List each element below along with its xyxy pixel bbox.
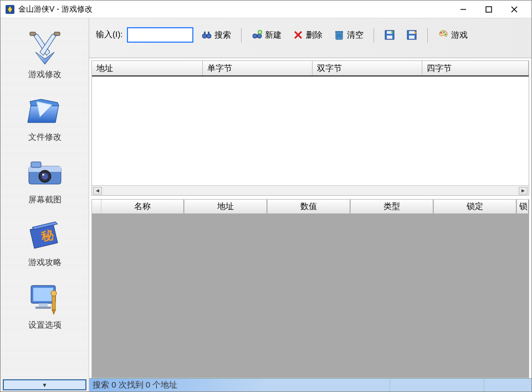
svg-point-25 bbox=[51, 291, 57, 296]
svg-rect-20 bbox=[33, 288, 53, 301]
col2-name[interactable]: 名称 bbox=[101, 200, 184, 213]
status-text: 搜索 0 次找到 0 个地址 bbox=[93, 380, 390, 390]
svg-rect-21 bbox=[39, 303, 48, 307]
x-red-icon bbox=[293, 29, 304, 40]
col-byte[interactable]: 单字节 bbox=[203, 61, 313, 75]
trash-icon bbox=[334, 29, 345, 40]
floppy-arrow-icon bbox=[406, 29, 417, 40]
save-button-1[interactable] bbox=[381, 27, 398, 43]
sidebar-item-label: 屏幕截图 bbox=[28, 195, 62, 205]
monitor-tools-icon bbox=[23, 281, 67, 317]
svg-rect-14 bbox=[31, 162, 41, 167]
floppy-icon bbox=[384, 29, 395, 40]
scroll-left-icon[interactable]: ◄ bbox=[93, 187, 102, 195]
svg-point-50 bbox=[441, 32, 442, 34]
svg-rect-38 bbox=[335, 31, 343, 33]
status-seg-2 bbox=[390, 379, 484, 391]
edit-table: 名称 地址 数值 类型 锁定 锁 bbox=[91, 199, 529, 378]
toolbar: 输入(I): 搜索 新建 bbox=[89, 18, 531, 58]
svg-marker-6 bbox=[35, 52, 54, 64]
edit-table-body[interactable] bbox=[92, 214, 529, 378]
col2-value[interactable]: 数值 bbox=[267, 200, 350, 213]
game-button[interactable]: 游戏 bbox=[434, 27, 471, 43]
svg-point-31 bbox=[257, 34, 262, 38]
sidebar-item-guide[interactable]: 秘 游戏攻略 bbox=[1, 213, 89, 276]
col-word[interactable]: 双字节 bbox=[313, 61, 422, 75]
sidebar-item-label: 文件修改 bbox=[28, 132, 62, 142]
delete-button[interactable]: 删除 bbox=[289, 27, 326, 43]
sidebar: 游戏修改 文件修改 bbox=[1, 18, 89, 391]
svg-point-52 bbox=[445, 34, 447, 35]
value-input[interactable] bbox=[127, 27, 193, 43]
svg-rect-44 bbox=[387, 35, 392, 39]
folder-icon bbox=[23, 93, 67, 129]
binoculars-icon bbox=[201, 29, 212, 40]
close-button[interactable] bbox=[502, 1, 527, 18]
svg-point-30 bbox=[253, 34, 257, 38]
binoculars-plus-icon bbox=[252, 29, 263, 40]
col-dword[interactable]: 四字节 bbox=[422, 61, 529, 75]
sidebar-item-screenshot[interactable]: 屏幕截图 bbox=[1, 150, 89, 213]
col2-address[interactable]: 地址 bbox=[184, 200, 267, 213]
col-address[interactable]: 地址 bbox=[92, 61, 203, 75]
scroll-right-icon[interactable]: ► bbox=[519, 187, 528, 195]
clear-button[interactable]: 清空 bbox=[330, 27, 367, 43]
sidebar-item-settings[interactable]: 设置选项 bbox=[1, 276, 89, 338]
maximize-button[interactable] bbox=[476, 1, 502, 18]
svg-rect-48 bbox=[409, 35, 415, 39]
sidebar-item-label: 游戏攻略 bbox=[28, 257, 62, 268]
window-title: 金山游侠V - 游戏修改 bbox=[18, 4, 451, 14]
svg-rect-9 bbox=[30, 32, 35, 35]
col2-lock2[interactable]: 锁 bbox=[516, 200, 529, 213]
palette-icon bbox=[438, 29, 449, 40]
minimize-button[interactable] bbox=[451, 1, 476, 18]
svg-rect-22 bbox=[35, 307, 51, 309]
svg-rect-3 bbox=[486, 7, 492, 12]
chevron-down-icon: ▼ bbox=[42, 382, 48, 388]
save-button-2[interactable] bbox=[403, 27, 421, 43]
new-button[interactable]: 新建 bbox=[248, 27, 285, 43]
book-icon: 秘 bbox=[23, 218, 67, 254]
swords-icon bbox=[23, 30, 67, 66]
h-scrollbar[interactable]: ◄ ► bbox=[92, 185, 529, 195]
result-table-body[interactable] bbox=[92, 77, 529, 185]
svg-rect-29 bbox=[208, 32, 209, 35]
svg-rect-47 bbox=[409, 31, 415, 34]
svg-rect-28 bbox=[204, 32, 206, 35]
svg-rect-10 bbox=[54, 32, 60, 35]
result-table: 地址 单字节 双字节 四字节 ◄ ► bbox=[91, 60, 529, 196]
sidebar-item-label: 游戏修改 bbox=[28, 69, 62, 80]
sidebar-item-label: 设置选项 bbox=[28, 320, 62, 330]
app-icon bbox=[5, 4, 15, 14]
sidebar-scroll-down[interactable]: ▼ bbox=[3, 379, 86, 390]
sidebar-item-game-modify[interactable]: 游戏修改 bbox=[1, 25, 89, 88]
status-seg-3 bbox=[484, 379, 528, 391]
svg-point-17 bbox=[42, 174, 44, 176]
titlebar: 金山游侠V - 游戏修改 bbox=[1, 1, 531, 18]
col2-type[interactable]: 类型 bbox=[350, 200, 433, 213]
search-button[interactable]: 搜索 bbox=[198, 27, 234, 43]
svg-marker-24 bbox=[52, 310, 55, 314]
svg-point-45 bbox=[391, 31, 393, 33]
camera-icon bbox=[23, 156, 67, 191]
input-label: 输入(I): bbox=[96, 27, 122, 40]
sidebar-item-file-modify[interactable]: 文件修改 bbox=[1, 88, 89, 150]
status-bar: 搜索 0 次找到 0 个地址 bbox=[89, 378, 531, 391]
col2-lock[interactable]: 锁定 bbox=[433, 200, 516, 213]
svg-point-51 bbox=[443, 32, 445, 33]
